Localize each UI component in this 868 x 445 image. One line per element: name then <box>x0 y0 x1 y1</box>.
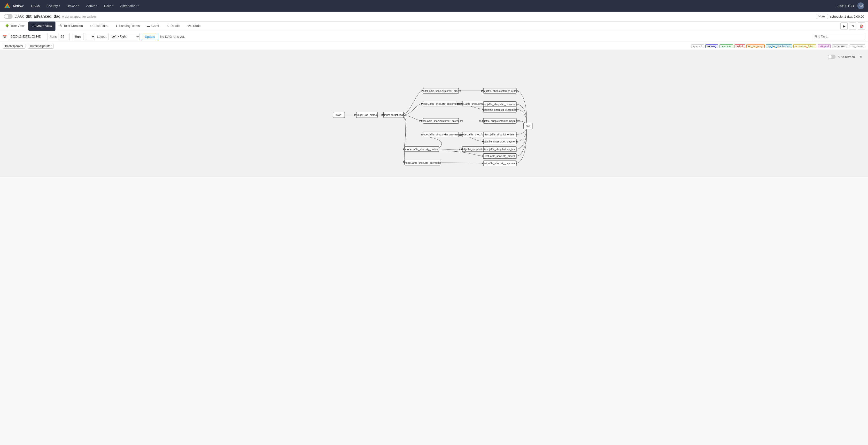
node-model-customer-payments-label: model.jaffle_shop.customer_payments <box>419 119 463 123</box>
gantt-icon: ▬ <box>147 24 150 28</box>
browse-chevron-icon: ▾ <box>78 5 80 7</box>
update-button[interactable]: Update <box>142 33 158 40</box>
tab-graph-view[interactable]: ⬡ Graph View <box>28 22 56 31</box>
play-button[interactable]: ▶ <box>840 23 848 30</box>
status-upstream-failed: upstream_failed <box>794 44 816 48</box>
refresh-button[interactable]: ↻ <box>849 23 857 30</box>
tab-details[interactable]: ⚠ Details <box>163 22 184 31</box>
tabs-actions: ▶ ↻ 🗑 <box>840 23 866 30</box>
node-start-label: start <box>336 113 341 116</box>
tabs-bar: 🌳 Tree View ⬡ Graph View ⏱ Task Duration… <box>0 22 868 31</box>
layout-label: Layout <box>97 35 106 38</box>
navbar-right: 21:05 UTC ▾ AU <box>837 2 864 9</box>
date-input[interactable] <box>9 33 48 40</box>
tab-gantt[interactable]: ▬ Gantt <box>144 22 162 31</box>
node-singer-target-load-label: singer_target_load <box>383 113 404 116</box>
node-test-fct-orders-label: test.jaffle_shop.fct_orders <box>485 133 515 136</box>
nav-astronomer[interactable]: Astronomer ▾ <box>118 0 142 11</box>
edge-load-to-cust-orders <box>403 91 423 114</box>
tab-details-label: Details <box>170 24 180 28</box>
node-test-hidden-test-label: test.jaffle_shop.hidden_test <box>485 148 516 151</box>
dag-graph: start singer_tap_extract singer_target_l… <box>0 50 868 176</box>
tab-graph-view-label: Graph View <box>36 24 52 28</box>
status-scheduled: scheduled <box>832 44 848 48</box>
admin-chevron-icon: ▾ <box>96 5 97 7</box>
no-runs-text: No DAG runs yet. <box>160 35 185 38</box>
run-button[interactable]: Run <box>72 33 84 40</box>
tab-task-duration[interactable]: ⏱ Task Duration <box>56 22 86 31</box>
node-test-stg-payments-label: test.jaffle_shop.stg_payments <box>483 162 517 165</box>
node-test-order-payments-label: test.jaffle_shop.order_payments <box>482 140 518 143</box>
brand[interactable]: Airflow <box>4 2 24 9</box>
dag-toggle[interactable] <box>4 14 12 19</box>
node-model-stg-orders-label: model.jaffle_shop.stg_orders <box>405 148 438 151</box>
tab-landing-times[interactable]: ⬇ Landing Times <box>112 22 144 31</box>
dag-name: dbt_advanced_dag <box>25 14 61 19</box>
auto-refresh-bar: Auto-refresh ↻ <box>828 53 864 61</box>
dag-schedule: None schedule: 1 day, 0:00:00 <box>816 14 864 19</box>
calendar-icon: 📅 <box>3 35 7 38</box>
status-failed: failed <box>735 44 745 48</box>
tab-task-tries[interactable]: ↩ Task Tries <box>87 22 112 31</box>
status-legend: queued running success failed up_for_ret… <box>691 44 865 48</box>
dag-header: DAG: dbt_advanced_dag A dbt wrapper for … <box>0 11 868 22</box>
user-avatar[interactable]: AU <box>857 2 864 9</box>
edge-load-to-stg-cust <box>403 104 423 115</box>
tab-task-duration-label: Task Duration <box>64 24 83 28</box>
node-model-stg-payments-label: model.jaffle_shop.stg_payments <box>404 161 441 164</box>
task-tries-icon: ↩ <box>90 24 93 28</box>
status-up-for-retry: up_for_retry <box>746 44 765 48</box>
node-model-stg-customers-label: model.jaffle_shop.stg_customers <box>421 102 459 105</box>
status-success: success <box>719 44 733 48</box>
status-queued: queued <box>691 44 704 48</box>
schedule-none-badge: None <box>816 14 828 19</box>
tab-task-tries-label: Task Tries <box>94 24 108 28</box>
find-task-input[interactable] <box>812 33 865 40</box>
layout-select[interactable]: Left > Right <box>108 33 140 40</box>
node-test-stg-customers-label: test.jaffle_shop.stg_customers <box>483 108 517 111</box>
node-test-customer-payments-label: test.jaffle_shop.customer_payments <box>479 119 521 123</box>
landing-times-icon: ⬇ <box>116 24 118 28</box>
node-test-dim-customers-label: test.jaffle_shop.dim_customers <box>482 103 518 106</box>
nav-dags[interactable]: DAGs <box>28 0 42 11</box>
auto-refresh-toggle[interactable] <box>828 55 836 59</box>
dag-description: A dbt wrapper for airflow <box>62 15 96 19</box>
tab-tree-view-label: Tree View <box>10 24 25 28</box>
task-duration-icon: ⏱ <box>59 24 62 28</box>
runs-input[interactable] <box>59 33 70 40</box>
dag-label: DAG: <box>14 14 24 19</box>
utc-time[interactable]: 21:05 UTC ▾ <box>837 4 855 8</box>
security-chevron-icon: ▾ <box>59 5 60 7</box>
node-end-label: end <box>526 125 530 128</box>
nav-docs[interactable]: Docs ▾ <box>101 0 117 11</box>
tab-code-label: Code <box>193 24 200 28</box>
edge-load-to-stg-orders <box>403 116 406 149</box>
tab-tree-view[interactable]: 🌳 Tree View <box>2 22 28 31</box>
run-select[interactable] <box>86 33 95 40</box>
status-skipped: skipped <box>817 44 831 48</box>
delete-button[interactable]: 🗑 <box>858 23 865 30</box>
node-singer-tap-extract-label: singer_tap_extract <box>356 113 377 116</box>
node-model-order-payments-label: model.jaffle_shop.order_payments <box>421 133 461 136</box>
nav-admin[interactable]: Admin ▾ <box>83 0 100 11</box>
bash-operator-badge[interactable]: BashOperator <box>3 44 25 48</box>
tab-gantt-label: Gantt <box>151 24 159 28</box>
dummy-operator-badge[interactable]: DummyOperator <box>28 44 54 48</box>
schedule-text: schedule: 1 day, 0:00:00 <box>830 15 864 19</box>
docs-chevron-icon: ▾ <box>113 5 114 7</box>
nav-browse[interactable]: Browse ▾ <box>64 0 82 11</box>
node-test-customer-orders-label: test.jaffle_shop.customer_orders <box>481 90 519 92</box>
edge-load-to-stg-pay <box>403 117 406 162</box>
code-icon: </> <box>187 24 192 28</box>
graph-refresh-icon[interactable]: ↻ <box>857 53 864 61</box>
time-chevron-icon: ▾ <box>853 4 855 8</box>
brand-label: Airflow <box>12 4 24 8</box>
details-icon: ⚠ <box>166 24 169 28</box>
controls-bar: 📅 Runs Run Layout Left > Right Update No… <box>0 31 868 42</box>
tab-code[interactable]: </> Code <box>184 22 204 31</box>
nav-security[interactable]: Security ▾ <box>43 0 63 11</box>
dag-title: DAG: dbt_advanced_dag A dbt wrapper for … <box>14 14 814 19</box>
status-running: running <box>706 44 718 48</box>
astronomer-chevron-icon: ▾ <box>137 5 139 7</box>
status-up-for-reschedule: up_for_reschedule <box>766 44 792 48</box>
